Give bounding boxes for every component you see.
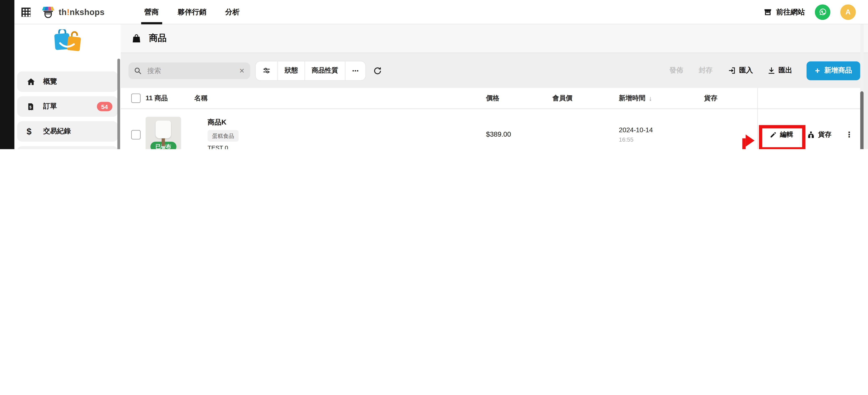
dollar-icon: $ xyxy=(27,126,35,136)
import-icon xyxy=(728,66,736,75)
sort-desc-icon: ↓ xyxy=(649,94,652,102)
member-price-cell xyxy=(553,109,619,149)
filter-group: 狀態 商品性質 ⋯ xyxy=(256,61,366,80)
product-name[interactable]: 商品K xyxy=(208,118,226,127)
table-header-row: 11 商品 名稱 價格 會員價 新增時間↓ 貨存 xyxy=(121,88,860,109)
filter-attribute-button[interactable]: 商品性質 xyxy=(305,61,345,80)
brand-logo[interactable]: th!nkshops xyxy=(41,5,104,19)
edit-button[interactable]: 編輯 xyxy=(769,130,793,139)
shop-logo xyxy=(52,29,84,57)
tab-analytics[interactable]: 分析 xyxy=(225,7,240,17)
sidebar-item-overview[interactable]: 概覽 xyxy=(17,71,118,92)
pencil-icon xyxy=(769,131,776,138)
svg-text:$: $ xyxy=(29,105,32,109)
app-window: th!nkshops 營商 夥伴行銷 分析 前往網站 A xyxy=(0,0,868,149)
primary-tabs: 營商 夥伴行銷 分析 xyxy=(145,7,240,17)
search-box: ✕ xyxy=(128,62,250,79)
products-table: 11 商品 名稱 價格 會員價 新增時間↓ 貨存 已發布 xyxy=(121,88,860,149)
product-code: TEST 0 xyxy=(208,144,228,149)
main-content: 商品 ✕ 狀態 商品性質 ⋯ 發佈 xyxy=(121,24,868,149)
products-count: 11 商品 xyxy=(146,94,194,103)
publish-button[interactable]: 發佈 xyxy=(670,66,683,75)
column-name[interactable]: 名稱 xyxy=(194,94,486,103)
current-price: $389.00 xyxy=(486,131,511,138)
home-icon xyxy=(27,77,35,86)
created-date: 2024-10-14 xyxy=(619,126,653,134)
storefront-icon xyxy=(763,7,772,16)
sitemap-icon xyxy=(807,131,815,138)
import-button[interactable]: 匯入 xyxy=(728,66,753,75)
search-icon xyxy=(134,67,142,74)
sidebar-item-customers[interactable]: 顧客 xyxy=(17,146,118,149)
category-tag: 蛋糕食品 xyxy=(208,130,239,142)
column-actions xyxy=(757,88,860,108)
more-actions-button[interactable]: ⋮ xyxy=(845,130,853,139)
filter-more-button[interactable]: ⋯ xyxy=(345,61,365,80)
awning-logo-icon xyxy=(41,5,55,19)
invoice-icon: $ xyxy=(27,102,35,111)
tab-business[interactable]: 營商 xyxy=(145,7,159,17)
whatsapp-icon[interactable] xyxy=(815,4,830,20)
page-title: 商品 xyxy=(149,32,167,44)
sidebar-label: 訂單 xyxy=(43,102,57,111)
status-badge: 已發布 xyxy=(150,142,176,149)
sidebar-label: 概覽 xyxy=(43,77,57,86)
window-edge-strip xyxy=(0,0,14,149)
plus-icon: + xyxy=(815,66,820,75)
stock-button[interactable]: 貨存 xyxy=(807,130,832,139)
brand-name: th!nkshops xyxy=(59,7,104,17)
refresh-icon[interactable] xyxy=(373,66,382,75)
page-header: 商品 xyxy=(121,24,868,53)
tab-affiliate[interactable]: 夥伴行銷 xyxy=(178,7,207,17)
filter-sliders-button[interactable] xyxy=(256,61,278,80)
column-created[interactable]: 新增時間↓ xyxy=(619,94,704,103)
filter-status-button[interactable]: 狀態 xyxy=(278,61,305,80)
sidebar-scrollbar[interactable] xyxy=(118,59,120,149)
export-icon xyxy=(767,66,776,75)
sidebar-item-transactions[interactable]: $ 交易紀錄 xyxy=(17,121,118,142)
search-input[interactable] xyxy=(146,66,239,75)
sidebar-item-orders[interactable]: $ 訂單 54 xyxy=(17,96,118,117)
sidebar: 概覽 $ 訂單 54 $ 交易紀錄 顧客 xyxy=(14,24,121,149)
table-body: 已發布 商品K 蛋糕食品 TEST 0 $389.00 2024-10-14 xyxy=(121,109,860,149)
table-row[interactable]: 已發布 商品K 蛋糕食品 TEST 0 $389.00 2024-10-14 xyxy=(121,109,860,149)
sidebar-label: 交易紀錄 xyxy=(43,127,71,136)
archive-button[interactable]: 封存 xyxy=(699,66,713,75)
select-all-checkbox[interactable] xyxy=(131,94,141,103)
created-time: 16:55 xyxy=(619,136,633,143)
column-stock[interactable]: 貨存 xyxy=(704,94,757,103)
user-avatar[interactable]: A xyxy=(840,4,856,20)
orders-count-badge: 54 xyxy=(97,102,113,111)
clear-search-icon[interactable]: ✕ xyxy=(239,67,245,74)
row-checkbox[interactable] xyxy=(131,130,141,139)
main-scrollbar[interactable] xyxy=(860,91,864,149)
go-to-site-link[interactable]: 前往網站 xyxy=(763,7,805,17)
bag-icon xyxy=(131,33,142,43)
product-image[interactable]: 已發布 xyxy=(146,117,181,149)
column-price[interactable]: 價格 xyxy=(486,94,553,103)
toolbar: ✕ 狀態 商品性質 ⋯ 發佈 封存 匯入 xyxy=(121,53,860,88)
add-product-button[interactable]: + 新增商品 xyxy=(807,61,860,80)
apps-grid-icon[interactable] xyxy=(20,6,32,18)
export-button[interactable]: 匯出 xyxy=(767,66,792,75)
top-navigation-bar: th!nkshops 營商 夥伴行銷 分析 前往網站 A xyxy=(14,0,868,25)
column-member-price[interactable]: 會員價 xyxy=(553,94,619,103)
